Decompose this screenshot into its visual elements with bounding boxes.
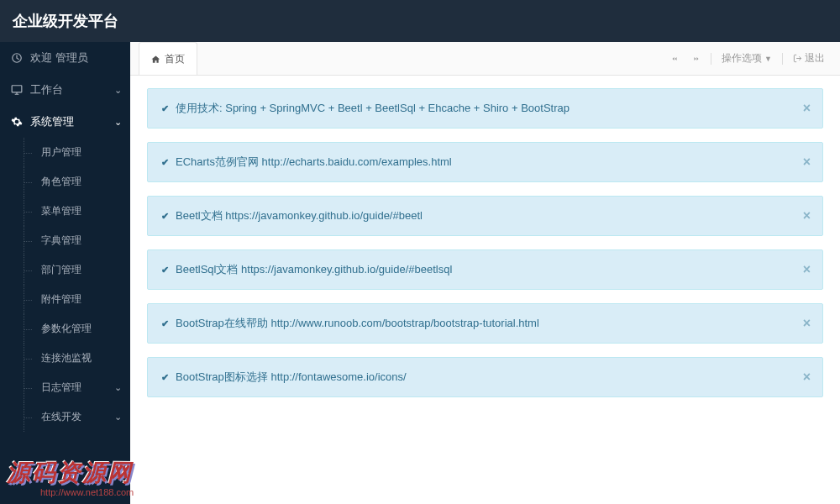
double-right-icon: [692, 55, 701, 63]
alert-link[interactable]: http://fontawesome.io/icons/: [270, 370, 406, 383]
sidebar-attach-mgmt[interactable]: 附件管理: [24, 285, 130, 314]
app-title: 企业级开发平台: [13, 11, 118, 31]
sidebar-role-mgmt[interactable]: 角色管理: [24, 167, 130, 197]
tabbar-right: 操作选项 ▼ 退出: [664, 48, 832, 69]
chevron-down-icon: ⌄: [114, 382, 122, 393]
caret-down-icon: ▼: [764, 55, 772, 63]
double-left-icon: [670, 55, 679, 63]
dashboard-icon: [10, 51, 24, 65]
sidebar-system-submenu: 用户管理 角色管理 菜单管理 字典管理 部门管理 附件管理 参数化管理 连接池监…: [0, 138, 130, 432]
welcome-prefix: 欢迎: [30, 51, 52, 64]
main-area: 首页 操作选项 ▼ 退出: [130, 42, 840, 504]
alert-item: ✔BootStrap在线帮助 http://www.runoob.com/boo…: [147, 303, 823, 344]
svg-rect-0: [12, 86, 22, 92]
check-icon: ✔: [161, 265, 169, 276]
sidebar-log-mgmt[interactable]: 日志管理⌄: [24, 373, 130, 402]
close-icon[interactable]: ×: [803, 208, 811, 223]
close-icon[interactable]: ×: [803, 316, 811, 331]
exit-button[interactable]: 退出: [786, 48, 832, 69]
tab-next-button[interactable]: [685, 51, 707, 66]
sidebar-workbench[interactable]: 工作台 ⌄: [0, 74, 130, 106]
alert-text: BootStrap在线帮助 http://www.runoob.com/boot…: [176, 316, 539, 331]
desktop-icon: [10, 83, 24, 97]
sidebar-welcome[interactable]: 欢迎 管理员: [0, 42, 130, 74]
welcome-user: 管理员: [55, 51, 88, 64]
check-icon: ✔: [161, 103, 169, 114]
logout-icon: [793, 54, 802, 63]
tab-actions-label: 操作选项: [722, 51, 762, 66]
alert-link[interactable]: http://echarts.baidu.com/examples.html: [262, 155, 452, 168]
alert-text: 使用技术: Spring + SpringMVC + Beetl + Beetl…: [176, 101, 570, 116]
check-icon: ✔: [161, 372, 169, 383]
alert-item: ✔ECharts范例官网 http://echarts.baidu.com/ex…: [147, 142, 823, 182]
alert-link[interactable]: http://www.runoob.com/bootstrap/bootstra…: [270, 317, 538, 329]
check-icon: ✔: [161, 318, 169, 329]
sidebar: 欢迎 管理员 工作台 ⌄ 系统管理 ⌄ 用户管理 角色管理 菜单管理 字典管理 …: [0, 42, 130, 504]
sidebar-workbench-label: 工作台: [30, 82, 63, 97]
alert-item: ✔BootStrap图标选择 http://fontawesome.io/ico…: [147, 357, 823, 397]
alert-item: ✔使用技术: Spring + SpringMVC + Beetl + Beet…: [147, 88, 823, 129]
exit-label: 退出: [805, 51, 825, 66]
sidebar-user-mgmt[interactable]: 用户管理: [24, 138, 130, 167]
sidebar-system-mgmt[interactable]: 系统管理 ⌄: [0, 106, 130, 138]
app-header: 企业级开发平台: [0, 0, 840, 42]
close-icon[interactable]: ×: [803, 370, 811, 385]
alert-item: ✔BeetlSql文档 https://javamonkey.github.io…: [147, 249, 823, 290]
tabbar: 首页 操作选项 ▼ 退出: [130, 42, 840, 76]
home-icon: [151, 55, 160, 64]
sidebar-conn-monitor[interactable]: 连接池监视: [24, 344, 130, 373]
alert-item: ✔Beetl文档 https://javamonkey.github.io/gu…: [147, 196, 823, 236]
close-icon[interactable]: ×: [803, 262, 811, 277]
tab-prev-button[interactable]: [664, 51, 685, 66]
content-area: ✔使用技术: Spring + SpringMVC + Beetl + Beet…: [130, 76, 840, 504]
sidebar-system-mgmt-label: 系统管理: [30, 114, 74, 129]
close-icon[interactable]: ×: [803, 101, 811, 116]
check-icon: ✔: [161, 211, 169, 222]
chevron-down-icon: ⌄: [114, 412, 122, 423]
alert-link[interactable]: https://javamonkey.github.io/guide/#beet…: [225, 209, 423, 222]
close-icon[interactable]: ×: [803, 155, 811, 170]
tabbar-left: 首页: [139, 42, 197, 75]
sidebar-dict-mgmt[interactable]: 字典管理: [24, 226, 130, 255]
main-container: 欢迎 管理员 工作台 ⌄ 系统管理 ⌄ 用户管理 角色管理 菜单管理 字典管理 …: [0, 42, 840, 504]
tab-home[interactable]: 首页: [139, 42, 197, 75]
alert-text: BootStrap图标选择 http://fontawesome.io/icon…: [176, 370, 407, 385]
chevron-down-icon: ⌄: [114, 85, 122, 96]
sidebar-dept-mgmt[interactable]: 部门管理: [24, 255, 130, 285]
check-icon: ✔: [161, 157, 169, 168]
alert-text: BeetlSql文档 https://javamonkey.github.io/…: [176, 262, 452, 277]
sidebar-online-dev[interactable]: 在线开发⌄: [24, 402, 130, 432]
alert-link[interactable]: https://javamonkey.github.io/guide/#beet…: [241, 263, 452, 276]
gear-icon: [10, 115, 24, 129]
chevron-down-icon: ⌄: [114, 117, 122, 128]
sidebar-param-mgmt[interactable]: 参数化管理: [24, 314, 130, 344]
sidebar-menu-mgmt[interactable]: 菜单管理: [24, 197, 130, 226]
tab-home-label: 首页: [165, 52, 185, 66]
tab-actions-dropdown[interactable]: 操作选项 ▼: [715, 48, 779, 69]
alert-text: ECharts范例官网 http://echarts.baidu.com/exa…: [176, 155, 452, 170]
alert-text: Beetl文档 https://javamonkey.github.io/gui…: [176, 208, 423, 223]
